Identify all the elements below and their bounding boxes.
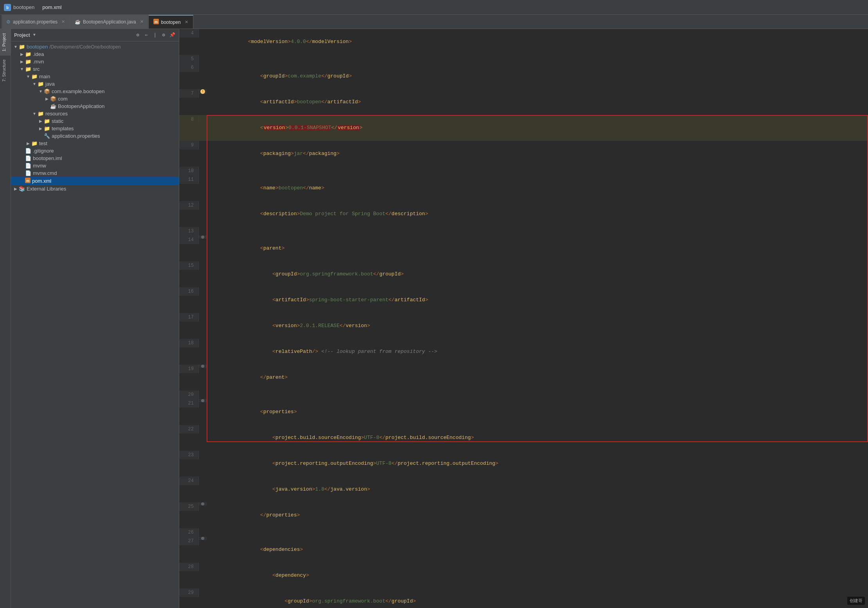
editor-area: 4 <modelVersion>4.0.0</modelVersion> 5 6: [179, 29, 868, 608]
tree-static[interactable]: ▶ 📁 static: [11, 117, 179, 125]
gutter-yellow-icon-7: !: [200, 89, 205, 94]
panel-sync-btn[interactable]: ⚙: [134, 32, 141, 39]
tree-templates-label: templates: [52, 126, 74, 131]
tree-resources-icon: 📁: [38, 111, 44, 117]
tree-mvnw-icon: 📄: [25, 163, 31, 169]
tree-iml-label: bootopen.iml: [33, 155, 62, 161]
tree-root-path: /Development/CodeOne/bootopen: [49, 44, 121, 50]
line-content-10: [207, 167, 868, 175]
tree-static-icon: 📁: [44, 118, 50, 124]
line-num-12: 12: [179, 201, 199, 210]
code-line-11: 11 <name>bootopen</name>: [179, 175, 868, 201]
tree-app-props[interactable]: ▶ 🔧 application.properties: [11, 132, 179, 140]
svg-text:m: m: [155, 20, 158, 24]
tab-bootopen-maven[interactable]: m bootopen ✕: [149, 15, 193, 29]
tab-close-java[interactable]: ✕: [140, 19, 144, 24]
tree-mvnwcmd[interactable]: ▶ 📄 mvnw.cmd: [11, 169, 179, 177]
code-line-16: 16 <artifactId>spring-boot-starter-paren…: [179, 287, 868, 313]
code-line-6: 6 <groupId>com.example</groupId>: [179, 63, 868, 89]
tree-mvnwcmd-icon: 📄: [25, 170, 31, 176]
panel-pin-btn[interactable]: 📌: [169, 32, 176, 39]
code-line-26: 26: [179, 528, 868, 537]
tree-test[interactable]: ▶ 📁 test: [11, 140, 179, 147]
maven-icon: m: [153, 19, 159, 25]
line-content-5: [207, 55, 868, 63]
tree-java-arrow: ▼: [31, 82, 38, 86]
tree-src-arrow: ▼: [19, 67, 25, 71]
code-line-24: 24 <java.version>1.8</java.version>: [179, 477, 868, 502]
tree-test-arrow: ▶: [25, 141, 31, 146]
side-tab-structure[interactable]: 7: Structure: [0, 55, 11, 86]
tree-iml[interactable]: ▶ 📄 bootopen.iml: [11, 155, 179, 162]
panel-gear-btn[interactable]: ⚙: [160, 32, 167, 39]
gutter-21: [199, 399, 207, 402]
line-num-18: 18: [179, 339, 199, 347]
tree-test-label: test: [39, 140, 47, 146]
line-num-22: 22: [179, 425, 199, 434]
gutter-7: !: [199, 89, 207, 94]
line-num-9: 9: [179, 141, 199, 149]
tree-templates[interactable]: ▶ 📁 templates: [11, 125, 179, 132]
tree-bootopen-app[interactable]: ▶ ☕ BootopenApplication: [11, 103, 179, 110]
code-wrapper: 4 <modelVersion>4.0.0</modelVersion> 5 6: [179, 29, 868, 608]
code-line-7: 7 ! <artifactId>bootopen</artifactId>: [179, 89, 868, 115]
gutter-27: [199, 537, 207, 540]
tab-application-properties[interactable]: ⚙ application.properties ✕: [2, 15, 70, 29]
code-line-4: 4 <modelVersion>4.0.0</modelVersion>: [179, 29, 868, 55]
code-line-29: 29 <groupId>org.springframework.boot</gr…: [179, 588, 868, 608]
tree-mvnw[interactable]: ▶ 📄 mvnw: [11, 162, 179, 169]
line-content-17: <version>2.0.1.RELEASE</version>: [207, 313, 868, 339]
file-name: pom.xml: [42, 4, 61, 10]
app-icon: b: [4, 4, 11, 11]
tab-bootopen-application[interactable]: ☕ BootopenApplication.java ✕: [70, 15, 148, 29]
tab-close-props[interactable]: ✕: [61, 19, 65, 24]
tree-ext-libs[interactable]: ▶ 📚 External Libraries: [11, 185, 179, 192]
code-line-23: 23 <project.reporting.outputEncoding>UTF…: [179, 451, 868, 477]
tree-ext-label: External Libraries: [27, 186, 66, 192]
panel-dropdown-icon[interactable]: ▼: [33, 33, 36, 37]
tree-src[interactable]: ▼ 📁 src: [11, 65, 179, 73]
tree-resources[interactable]: ▼ 📁 resources: [11, 110, 179, 117]
project-panel: Project ▼ ⚙ ⇐ | ⚙ 📌 ▼ 📁 bootopen /Develo…: [11, 29, 179, 608]
line-num-26: 26: [179, 528, 199, 537]
code-line-10: 10: [179, 167, 868, 175]
svg-text:m: m: [26, 179, 29, 183]
tab-bar: ⚙ application.properties ✕ ☕ BootopenApp…: [0, 15, 868, 29]
tree-mvn-icon: 📁: [25, 59, 31, 65]
line-num-14: 14: [179, 236, 199, 244]
tree-props-icon: 🔧: [44, 133, 50, 139]
tree-root[interactable]: ▼ 📁 bootopen /Development/CodeOne/bootop…: [11, 43, 179, 50]
gutter-dot-21: [201, 399, 204, 402]
tree-test-icon: 📁: [31, 140, 38, 146]
tree-com[interactable]: ▶ 📦 com: [11, 95, 179, 103]
line-content-15: <groupId>org.springframework.boot</group…: [207, 261, 868, 287]
tab-close-maven[interactable]: ✕: [185, 20, 188, 25]
line-content-20: [207, 390, 868, 399]
line-num-29: 29: [179, 588, 199, 597]
tree-main[interactable]: ▼ 📁 main: [11, 73, 179, 80]
tree-idea-icon: 📁: [25, 51, 31, 57]
code-editor[interactable]: 4 <modelVersion>4.0.0</modelVersion> 5 6: [179, 29, 868, 608]
tree-root-icon: 📁: [19, 44, 25, 50]
tree-templates-arrow: ▶: [38, 126, 44, 131]
panel-header-actions: ⚙ ⇐ | ⚙ 📌: [134, 32, 176, 39]
line-num-13: 13: [179, 227, 199, 236]
props-icon: ⚙: [6, 19, 11, 25]
tree-package[interactable]: ▼ 📦 com.example.bootopen: [11, 88, 179, 95]
tree-idea[interactable]: ▶ 📁 .idea: [11, 50, 179, 58]
panel-collapse-btn[interactable]: ⇐: [143, 32, 150, 39]
code-line-20: 20: [179, 390, 868, 399]
side-tab-project[interactable]: 1: Project: [0, 29, 11, 55]
tree-pom[interactable]: ▶ m pom.xml: [11, 177, 179, 185]
tree-gitignore[interactable]: ▶ 📄 .gitignore: [11, 147, 179, 155]
tree-mvn-arrow: ▶: [19, 59, 25, 64]
code-line-18: 18 <relativePath/> <!-- lookup parent fr…: [179, 339, 868, 365]
tree-mvn[interactable]: ▶ 📁 .mvn: [11, 58, 179, 65]
tree-resources-arrow: ▼: [31, 112, 38, 116]
java-icon: ☕: [75, 19, 81, 25]
line-content-7: <artifactId>bootopen</artifactId>: [207, 89, 868, 115]
tree-src-icon: 📁: [25, 66, 31, 72]
gutter-25: [199, 502, 207, 505]
tree-java[interactable]: ▼ 📁 java: [11, 80, 179, 88]
tree-pom-icon: m: [25, 178, 31, 184]
